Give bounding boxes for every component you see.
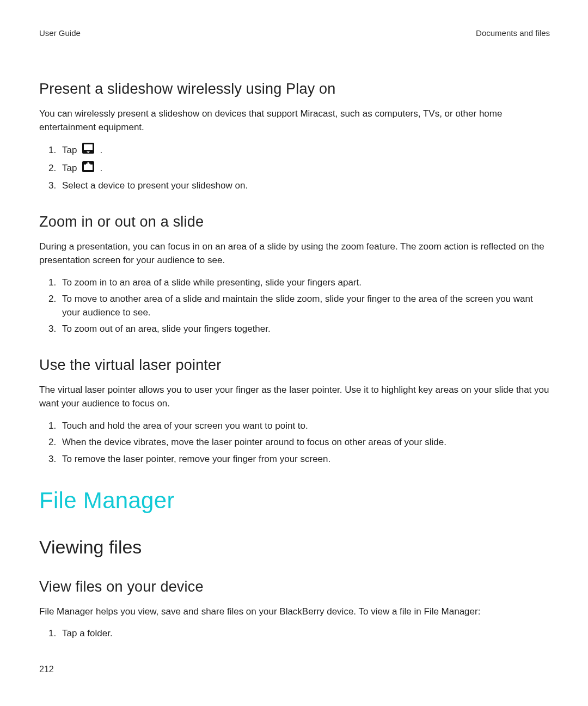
steps-view-files-device: Tap a folder. [39, 627, 550, 641]
heading-view-files-device: View files on your device [39, 576, 550, 598]
play-on-add-icon [82, 161, 94, 176]
step-present-1: Tap . [59, 143, 550, 158]
page-number: 212 [39, 663, 54, 675]
step-zoom-2: To move to another area of a slide and m… [59, 293, 550, 319]
steps-laser: Touch and hold the area of your screen y… [39, 419, 550, 466]
heading-file-manager: File Manager [39, 484, 550, 518]
header-left: User Guide [39, 27, 81, 39]
step-laser-1: Touch and hold the area of your screen y… [59, 419, 550, 433]
steps-zoom: To zoom in to an area of a slide while p… [39, 276, 550, 337]
header-right: Documents and files [476, 27, 550, 39]
intro-view-files-device: File Manager helps you view, save and sh… [39, 605, 550, 619]
running-header: User Guide Documents and files [39, 27, 550, 39]
intro-laser: The virtual laser pointer allows you to … [39, 384, 550, 410]
page-container: User Guide Documents and files Present a… [0, 0, 588, 706]
step-laser-2: When the device vibrates, move the laser… [59, 436, 550, 449]
heading-present-slideshow: Present a slideshow wirelessly using Pla… [39, 78, 550, 100]
screen-share-icon [82, 143, 94, 158]
step-viewfiles-1: Tap a folder. [59, 627, 550, 641]
svg-rect-1 [84, 144, 93, 150]
step-laser-3: To remove the laser pointer, remove your… [59, 453, 550, 466]
step-zoom-1: To zoom in to an area of a slide while p… [59, 276, 550, 290]
intro-present-slideshow: You can wirelessly present a slideshow o… [39, 107, 550, 134]
step-present-2: Tap . [59, 161, 550, 176]
svg-rect-6 [86, 163, 90, 165]
heading-viewing-files: Viewing files [39, 534, 550, 561]
step-present-2-pre: Tap [62, 162, 77, 175]
step-present-1-pre: Tap [62, 144, 77, 157]
steps-present-slideshow: Tap . Tap [39, 143, 550, 193]
step-present-3: Select a device to present your slidesho… [59, 179, 550, 193]
heading-zoom: Zoom in or out on a slide [39, 211, 550, 233]
step-zoom-3: To zoom out of an area, slide your finge… [59, 322, 550, 336]
heading-laser: Use the virtual laser pointer [39, 355, 550, 376]
intro-zoom: During a presentation, you can focus in … [39, 240, 550, 267]
step-present-1-post: . [100, 144, 102, 157]
step-present-2-post: . [100, 162, 102, 175]
